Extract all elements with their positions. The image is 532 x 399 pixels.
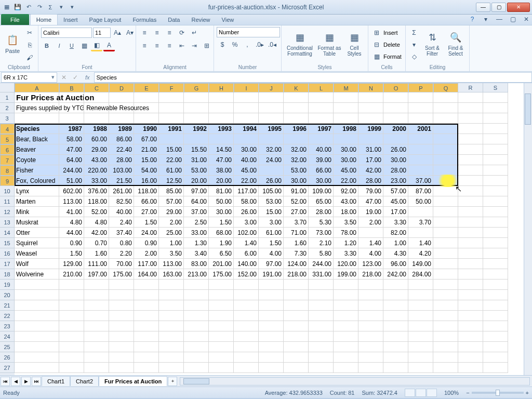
cell[interactable] [383, 321, 408, 331]
comma-icon[interactable]: , [242, 39, 253, 50]
font-size-select[interactable] [93, 28, 111, 38]
cell[interactable]: 1.40 [234, 238, 259, 248]
cell[interactable]: 31.00 [358, 144, 383, 155]
cell[interactable]: 1994 [234, 124, 259, 134]
cell[interactable] [209, 311, 234, 321]
cell[interactable]: 87.00 [408, 186, 433, 196]
cell[interactable]: 0.70 [84, 238, 109, 248]
cell[interactable] [483, 196, 508, 207]
cell[interactable] [433, 155, 458, 165]
scroll-thumb[interactable] [183, 378, 209, 384]
zoom-in-icon[interactable]: + [526, 390, 529, 396]
cell[interactable]: 113.00 [159, 259, 184, 269]
cell[interactable] [334, 321, 358, 331]
cell[interactable]: Otter [15, 228, 59, 238]
cell[interactable]: 41.00 [59, 207, 84, 217]
col-header-L[interactable]: L [309, 83, 334, 92]
cell[interactable] [259, 92, 284, 103]
cell[interactable] [358, 280, 383, 290]
cell[interactable] [109, 92, 134, 103]
cell[interactable] [284, 363, 309, 373]
col-header-I[interactable]: I [234, 83, 259, 92]
col-header-H[interactable]: H [209, 83, 234, 92]
cell[interactable] [159, 280, 184, 290]
cell[interactable] [259, 280, 284, 290]
cell[interactable]: 22.00 [159, 155, 184, 165]
cell[interactable]: 3.30 [334, 248, 358, 259]
tab-file[interactable]: File [1, 14, 29, 25]
cell[interactable]: 47.00 [59, 144, 84, 155]
cell[interactable] [433, 176, 458, 186]
cell[interactable]: 117.00 [134, 259, 159, 269]
cell[interactable] [309, 352, 334, 363]
cell[interactable]: 45.00 [383, 196, 408, 207]
cell[interactable]: 65.00 [309, 196, 334, 207]
cell[interactable] [433, 196, 458, 207]
cell[interactable] [334, 113, 358, 124]
cell[interactable] [358, 363, 383, 373]
cell[interactable] [184, 352, 209, 363]
cell[interactable]: 109.00 [309, 186, 334, 196]
cell[interactable] [159, 363, 184, 373]
cell[interactable] [483, 103, 508, 113]
fill-color-icon[interactable]: ◧ [91, 40, 102, 51]
cell[interactable] [184, 300, 209, 311]
cell[interactable] [109, 363, 134, 373]
cell[interactable] [309, 321, 334, 331]
cell[interactable] [209, 321, 234, 331]
cell[interactable] [84, 300, 109, 311]
number-format-select[interactable] [217, 27, 280, 37]
find-select-button[interactable]: 🔍Find & Select [445, 27, 467, 60]
row-header[interactable]: 19 [0, 280, 15, 290]
cell[interactable]: 28.00 [383, 165, 408, 176]
tab-nav-first[interactable]: ⏮ [1, 377, 10, 386]
cell[interactable] [234, 311, 259, 321]
cell[interactable]: 24.00 [259, 155, 284, 165]
row-header[interactable]: 6 [0, 144, 15, 155]
cell[interactable]: 28.00 [358, 176, 383, 186]
align-middle-icon[interactable]: ≡ [151, 27, 163, 38]
cell[interactable]: 33.00 [84, 176, 109, 186]
cell[interactable]: 82.50 [109, 196, 134, 207]
cell[interactable] [433, 300, 458, 311]
cell[interactable] [458, 342, 483, 352]
accept-formula-icon[interactable]: ✓ [70, 72, 81, 83]
cell[interactable]: 15.00 [259, 207, 284, 217]
cell[interactable]: Fisher [15, 165, 59, 176]
col-header-F[interactable]: F [159, 83, 184, 92]
cell[interactable] [209, 92, 234, 103]
cell[interactable] [284, 342, 309, 352]
cell[interactable]: 331.00 [309, 269, 334, 280]
align-right-icon[interactable]: ≡ [164, 40, 175, 51]
cell[interactable] [59, 342, 84, 352]
sheet-tab-chart2[interactable]: Chart2 [70, 376, 99, 386]
cell[interactable]: 1.50 [209, 217, 234, 228]
cell[interactable]: 53.00 [284, 165, 309, 176]
cell[interactable] [458, 155, 483, 165]
row-header[interactable]: 2 [0, 103, 15, 113]
cell[interactable] [259, 352, 284, 363]
cell[interactable]: 44.00 [59, 228, 84, 238]
cell[interactable] [458, 207, 483, 217]
cell[interactable]: 32.00 [284, 144, 309, 155]
cell[interactable] [109, 103, 134, 113]
cell[interactable]: 4.00 [259, 248, 284, 259]
cell[interactable]: 140.00 [234, 259, 259, 269]
row-header[interactable]: 12 [0, 207, 15, 217]
cell[interactable] [109, 113, 134, 124]
cell[interactable]: 4.20 [408, 248, 433, 259]
select-all-corner[interactable] [0, 83, 15, 92]
cell[interactable]: 118.00 [134, 186, 159, 196]
row-header[interactable]: 24 [0, 331, 15, 342]
cell[interactable] [483, 342, 508, 352]
cell[interactable] [408, 352, 433, 363]
cell[interactable]: 1988 [84, 124, 109, 134]
increase-decimal-icon[interactable]: .0▸ [254, 39, 265, 50]
cell[interactable] [109, 352, 134, 363]
cell[interactable]: 2001 [408, 124, 433, 134]
cell[interactable] [309, 134, 334, 144]
cell[interactable]: 58.00 [59, 134, 84, 144]
cell[interactable] [284, 311, 309, 321]
cell[interactable] [209, 342, 234, 352]
cell[interactable]: 20.00 [184, 176, 209, 186]
